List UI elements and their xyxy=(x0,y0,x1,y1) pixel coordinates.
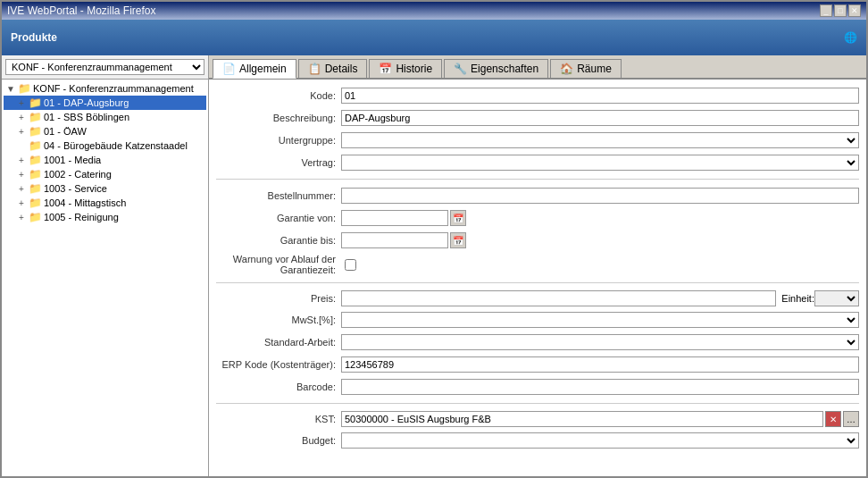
tree-label-media: 1001 - Media xyxy=(44,155,101,165)
sidebar: KONF - Konferenzraummanagement ▼ 📁 KONF … xyxy=(2,55,209,476)
tree-label-oaw: 01 - ÖAW xyxy=(44,126,87,137)
tree-label-service: 1003 - Service xyxy=(44,183,107,194)
barcode-label: Barcode: xyxy=(216,382,341,392)
erp-row: ERP Kode (Kostenträger): xyxy=(216,356,859,373)
tree-label-root: KONF - Konferenzraummanagement xyxy=(33,83,194,94)
beschreibung-input[interactable] xyxy=(341,110,859,126)
tab-allgemein[interactable]: 📄 Allgemein xyxy=(213,59,296,79)
untergruppe-row: Untergruppe: xyxy=(216,131,859,149)
standard-arbeit-label: Standard-Arbeit: xyxy=(216,337,341,348)
mwst-label: MwSt.[%]: xyxy=(216,314,341,325)
tree-toggle-reinigung[interactable]: + xyxy=(16,213,27,222)
folder-icon-catering: 📁 xyxy=(29,168,42,180)
untergruppe-label: Untergruppe: xyxy=(216,135,341,146)
tab-details[interactable]: 📋 Details xyxy=(298,59,368,78)
warnung-checkbox[interactable] xyxy=(345,259,356,271)
page-title: Produkte xyxy=(11,31,57,44)
folder-icon-sbs: 📁 xyxy=(29,111,42,123)
tab-bar: 📄 Allgemein 📋 Details 📅 Historie 🔧 Eigen… xyxy=(209,55,866,80)
garantie-bis-calendar-button[interactable]: 📅 xyxy=(450,232,466,248)
tree-label-dap: 01 - DAP-Augsburg xyxy=(44,97,129,108)
title-bar: IVE WebPortal - Mozilla Firefox _ □ ✕ xyxy=(2,2,866,20)
tab-historie-label: Historie xyxy=(396,63,432,75)
budget-row: Budget: xyxy=(216,432,859,449)
tree-toggle-media[interactable]: + xyxy=(16,155,27,165)
tab-historie-icon: 📅 xyxy=(379,63,392,75)
untergruppe-select[interactable] xyxy=(341,132,859,148)
tree-toggle-catering[interactable]: + xyxy=(16,170,27,180)
tree-toggle-root[interactable]: ▼ xyxy=(5,84,16,94)
kode-label: Kode: xyxy=(216,90,341,101)
tree-toggle-sbs[interactable]: + xyxy=(16,113,27,122)
budget-select[interactable] xyxy=(341,432,859,449)
warnung-row: Warnung vor Ablauf der Garantiezeit: xyxy=(216,254,859,275)
tab-raeume[interactable]: 🏠 Räume xyxy=(550,59,622,78)
maximize-button[interactable]: □ xyxy=(834,4,847,17)
main-window: IVE WebPortal - Mozilla Firefox _ □ ✕ Pr… xyxy=(0,0,868,478)
vertrag-select[interactable] xyxy=(341,155,859,171)
tree-label-sbs: 01 - SBS Böblingen xyxy=(44,112,129,122)
kst-delete-button[interactable]: ✕ xyxy=(825,411,841,427)
tree-toggle-service[interactable]: + xyxy=(16,184,27,194)
divider-1 xyxy=(216,179,859,180)
sidebar-dropdown-wrapper: KONF - Konferenzraummanagement xyxy=(2,55,208,80)
erp-label: ERP Kode (Kostenträger): xyxy=(216,359,341,370)
tree-toggle-oaw[interactable]: + xyxy=(16,127,27,137)
kst-input[interactable] xyxy=(341,411,823,427)
bestellnummer-row: Bestellnummer: xyxy=(216,187,859,205)
tab-eigenschaften-icon: 🔧 xyxy=(454,63,467,75)
warnung-label: Warnung vor Ablauf der Garantiezeit: xyxy=(216,254,341,275)
tree-toggle-mittag[interactable]: + xyxy=(16,198,27,208)
standard-arbeit-select[interactable] xyxy=(341,334,859,350)
erp-input[interactable] xyxy=(341,356,859,373)
kode-row: Kode: xyxy=(216,87,859,105)
barcode-input[interactable] xyxy=(341,379,859,395)
beschreibung-label: Beschreibung: xyxy=(216,113,341,123)
folder-icon-mittag: 📁 xyxy=(29,197,42,209)
folder-icon-oaw: 📁 xyxy=(29,125,42,138)
einheit-select[interactable] xyxy=(814,290,859,306)
tree-item-mittag[interactable]: + 📁 1004 - Mittagstisch xyxy=(4,196,206,210)
tree-item-sbs[interactable]: + 📁 01 - SBS Böblingen xyxy=(4,110,206,124)
tab-eigenschaften[interactable]: 🔧 Eigenschaften xyxy=(444,59,548,78)
vertrag-row: Vertrag: xyxy=(216,154,859,172)
tree-item-oaw[interactable]: + 📁 01 - ÖAW xyxy=(4,124,206,138)
tree-label-reinigung: 1005 - Reinigung xyxy=(44,212,119,222)
bestellnummer-label: Bestellnummer: xyxy=(216,190,341,201)
tree-item-media[interactable]: + 📁 1001 - Media xyxy=(4,153,206,167)
tab-historie[interactable]: 📅 Historie xyxy=(369,59,442,78)
garantie-von-calendar-button[interactable]: 📅 xyxy=(450,210,466,226)
bestellnummer-input[interactable] xyxy=(341,188,859,204)
kst-add-button[interactable]: … xyxy=(843,411,859,427)
title-bar-controls: _ □ ✕ xyxy=(820,4,861,17)
kategorie-dropdown[interactable]: KONF - Konferenzraummanagement xyxy=(5,59,204,75)
tree-toggle-dap[interactable]: + xyxy=(16,98,27,108)
tree-item-dap[interactable]: + 📁 01 - DAP-Augsburg xyxy=(4,96,206,110)
tree-label-kat: 04 - Bürogebäude Katzenstaadel xyxy=(44,140,188,151)
tab-eigenschaften-label: Eigenschaften xyxy=(471,63,538,75)
tree-item-root[interactable]: ▼ 📁 KONF - Konferenzraummanagement xyxy=(4,81,206,96)
tree-item-service[interactable]: + 📁 1003 - Service xyxy=(4,181,206,196)
tree-item-catering[interactable]: + 📁 1002 - Catering xyxy=(4,167,206,181)
folder-icon-dap: 📁 xyxy=(29,96,42,109)
close-button[interactable]: ✕ xyxy=(848,4,861,17)
minimize-button[interactable]: _ xyxy=(820,4,832,17)
garantie-von-row: Garantie von: 📅 xyxy=(216,209,859,227)
kst-label: KST: xyxy=(216,414,341,424)
garantie-von-input[interactable] xyxy=(341,210,448,226)
kst-row: KST: ✕ … xyxy=(216,411,859,427)
folder-icon-media: 📁 xyxy=(29,154,42,166)
folder-icon-reinigung: 📁 xyxy=(29,211,42,223)
tree-item-kat[interactable]: 📁 04 - Bürogebäude Katzenstaadel xyxy=(4,138,206,153)
preis-input[interactable] xyxy=(341,290,776,306)
garantie-bis-input[interactable] xyxy=(341,232,448,248)
folder-icon-root: 📁 xyxy=(18,82,31,95)
kode-input[interactable] xyxy=(341,88,859,104)
right-panel: 📄 Allgemein 📋 Details 📅 Historie 🔧 Eigen… xyxy=(209,55,866,476)
mwst-select[interactable] xyxy=(341,312,859,328)
folder-icon-service: 📁 xyxy=(29,182,42,195)
einheit-label: Einheit: xyxy=(781,293,814,304)
garantie-bis-row: Garantie bis: 📅 xyxy=(216,231,859,249)
beschreibung-row: Beschreibung: xyxy=(216,109,859,127)
tree-item-reinigung[interactable]: + 📁 1005 - Reinigung xyxy=(4,210,206,224)
